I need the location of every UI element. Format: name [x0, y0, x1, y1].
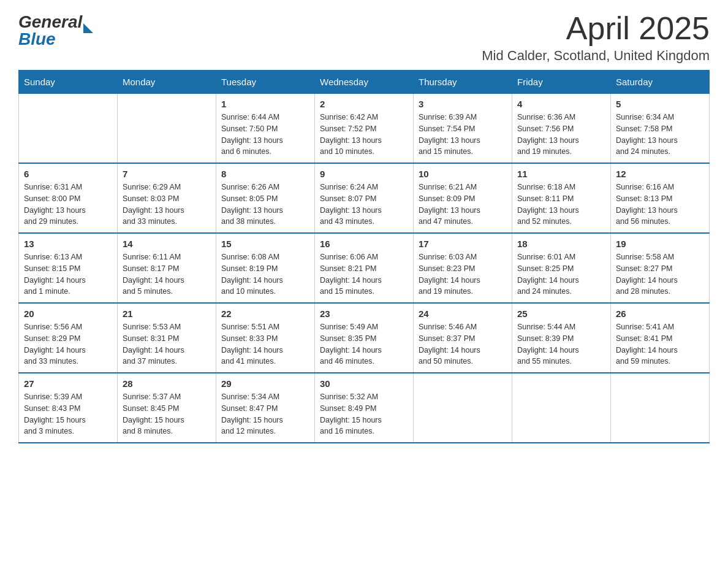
day-number: 19	[616, 239, 704, 249]
day-info: Sunrise: 6:18 AM Sunset: 8:11 PM Dayligh…	[517, 182, 605, 228]
calendar-cell: 1Sunrise: 6:44 AM Sunset: 7:50 PM Daylig…	[216, 94, 315, 164]
day-info: Sunrise: 5:51 AM Sunset: 8:33 PM Dayligh…	[221, 321, 309, 367]
day-info: Sunrise: 6:39 AM Sunset: 7:54 PM Dayligh…	[419, 112, 507, 158]
day-info: Sunrise: 5:32 AM Sunset: 8:49 PM Dayligh…	[320, 391, 408, 437]
day-info: Sunrise: 5:44 AM Sunset: 8:39 PM Dayligh…	[517, 321, 605, 367]
calendar-cell	[118, 94, 216, 164]
calendar-cell: 6Sunrise: 6:31 AM Sunset: 8:00 PM Daylig…	[19, 163, 118, 233]
calendar-cell: 7Sunrise: 6:29 AM Sunset: 8:03 PM Daylig…	[118, 163, 216, 233]
page-title: April 2025	[482, 12, 710, 44]
calendar-cell: 13Sunrise: 6:13 AM Sunset: 8:15 PM Dayli…	[19, 233, 118, 303]
day-number: 13	[24, 239, 112, 249]
day-number: 1	[221, 99, 309, 109]
calendar-cell: 23Sunrise: 5:49 AM Sunset: 8:35 PM Dayli…	[315, 303, 414, 373]
calendar-cell: 15Sunrise: 6:08 AM Sunset: 8:19 PM Dayli…	[216, 233, 315, 303]
day-number: 11	[517, 169, 605, 179]
calendar-cell: 14Sunrise: 6:11 AM Sunset: 8:17 PM Dayli…	[118, 233, 216, 303]
header-row: SundayMondayTuesdayWednesdayThursdayFrid…	[19, 71, 710, 94]
calendar-cell: 11Sunrise: 6:18 AM Sunset: 8:11 PM Dayli…	[512, 163, 611, 233]
calendar-week-5: 27Sunrise: 5:39 AM Sunset: 8:43 PM Dayli…	[19, 373, 710, 443]
calendar-week-3: 13Sunrise: 6:13 AM Sunset: 8:15 PM Dayli…	[19, 233, 710, 303]
calendar-cell	[611, 373, 710, 443]
calendar-cell: 5Sunrise: 6:34 AM Sunset: 7:58 PM Daylig…	[611, 94, 710, 164]
calendar-cell: 21Sunrise: 5:53 AM Sunset: 8:31 PM Dayli…	[118, 303, 216, 373]
day-info: Sunrise: 5:39 AM Sunset: 8:43 PM Dayligh…	[24, 391, 112, 437]
day-number: 8	[221, 169, 309, 179]
day-number: 18	[517, 239, 605, 249]
day-number: 12	[616, 169, 704, 179]
day-info: Sunrise: 5:37 AM Sunset: 8:45 PM Dayligh…	[123, 391, 211, 437]
header-day-thursday: Thursday	[414, 71, 512, 94]
header-day-saturday: Saturday	[611, 71, 710, 94]
day-number: 2	[320, 99, 408, 109]
calendar-cell	[414, 373, 512, 443]
calendar-week-1: 1Sunrise: 6:44 AM Sunset: 7:50 PM Daylig…	[19, 94, 710, 164]
day-number: 4	[517, 99, 605, 109]
calendar-cell: 10Sunrise: 6:21 AM Sunset: 8:09 PM Dayli…	[414, 163, 512, 233]
day-info: Sunrise: 6:31 AM Sunset: 8:00 PM Dayligh…	[24, 182, 112, 228]
day-info: Sunrise: 5:56 AM Sunset: 8:29 PM Dayligh…	[24, 321, 112, 367]
day-info: Sunrise: 6:36 AM Sunset: 7:56 PM Dayligh…	[517, 112, 605, 158]
calendar-table: SundayMondayTuesdayWednesdayThursdayFrid…	[18, 70, 710, 443]
calendar-cell	[512, 373, 611, 443]
day-number: 25	[517, 308, 605, 319]
day-info: Sunrise: 5:49 AM Sunset: 8:35 PM Dayligh…	[320, 321, 408, 367]
calendar-body: 1Sunrise: 6:44 AM Sunset: 7:50 PM Daylig…	[19, 94, 710, 443]
calendar-cell: 27Sunrise: 5:39 AM Sunset: 8:43 PM Dayli…	[19, 373, 118, 443]
calendar-cell: 20Sunrise: 5:56 AM Sunset: 8:29 PM Dayli…	[19, 303, 118, 373]
day-number: 3	[419, 99, 507, 109]
day-info: Sunrise: 6:42 AM Sunset: 7:52 PM Dayligh…	[320, 112, 408, 158]
day-number: 17	[419, 239, 507, 249]
day-number: 5	[616, 99, 704, 109]
day-number: 28	[123, 378, 211, 389]
logo: General Blue	[18, 12, 93, 49]
calendar-cell: 18Sunrise: 6:01 AM Sunset: 8:25 PM Dayli…	[512, 233, 611, 303]
calendar-week-4: 20Sunrise: 5:56 AM Sunset: 8:29 PM Dayli…	[19, 303, 710, 373]
calendar-header: SundayMondayTuesdayWednesdayThursdayFrid…	[19, 71, 710, 94]
day-info: Sunrise: 6:24 AM Sunset: 8:07 PM Dayligh…	[320, 182, 408, 228]
day-info: Sunrise: 5:46 AM Sunset: 8:37 PM Dayligh…	[419, 321, 507, 367]
calendar-cell: 16Sunrise: 6:06 AM Sunset: 8:21 PM Dayli…	[315, 233, 414, 303]
day-info: Sunrise: 6:03 AM Sunset: 8:23 PM Dayligh…	[419, 251, 507, 297]
day-number: 20	[24, 308, 112, 319]
calendar-week-2: 6Sunrise: 6:31 AM Sunset: 8:00 PM Daylig…	[19, 163, 710, 233]
calendar-cell: 30Sunrise: 5:32 AM Sunset: 8:49 PM Dayli…	[315, 373, 414, 443]
day-number: 23	[320, 308, 408, 319]
calendar-cell: 28Sunrise: 5:37 AM Sunset: 8:45 PM Dayli…	[118, 373, 216, 443]
calendar-cell: 9Sunrise: 6:24 AM Sunset: 8:07 PM Daylig…	[315, 163, 414, 233]
calendar-cell: 22Sunrise: 5:51 AM Sunset: 8:33 PM Dayli…	[216, 303, 315, 373]
calendar-cell: 29Sunrise: 5:34 AM Sunset: 8:47 PM Dayli…	[216, 373, 315, 443]
day-number: 9	[320, 169, 408, 179]
header-day-wednesday: Wednesday	[315, 71, 414, 94]
day-number: 29	[221, 378, 309, 389]
day-number: 24	[419, 308, 507, 319]
day-info: Sunrise: 6:06 AM Sunset: 8:21 PM Dayligh…	[320, 251, 408, 297]
day-info: Sunrise: 6:13 AM Sunset: 8:15 PM Dayligh…	[24, 251, 112, 297]
day-info: Sunrise: 6:44 AM Sunset: 7:50 PM Dayligh…	[221, 112, 309, 158]
calendar-cell: 17Sunrise: 6:03 AM Sunset: 8:23 PM Dayli…	[414, 233, 512, 303]
day-number: 22	[221, 308, 309, 319]
day-info: Sunrise: 5:53 AM Sunset: 8:31 PM Dayligh…	[123, 321, 211, 367]
day-number: 7	[123, 169, 211, 179]
calendar-cell	[19, 94, 118, 164]
day-info: Sunrise: 6:21 AM Sunset: 8:09 PM Dayligh…	[419, 182, 507, 228]
calendar-cell: 3Sunrise: 6:39 AM Sunset: 7:54 PM Daylig…	[414, 94, 512, 164]
day-info: Sunrise: 5:34 AM Sunset: 8:47 PM Dayligh…	[221, 391, 309, 437]
day-info: Sunrise: 6:34 AM Sunset: 7:58 PM Dayligh…	[616, 112, 704, 158]
day-info: Sunrise: 6:29 AM Sunset: 8:03 PM Dayligh…	[123, 182, 211, 228]
day-info: Sunrise: 6:11 AM Sunset: 8:17 PM Dayligh…	[123, 251, 211, 297]
calendar-cell: 4Sunrise: 6:36 AM Sunset: 7:56 PM Daylig…	[512, 94, 611, 164]
day-info: Sunrise: 6:01 AM Sunset: 8:25 PM Dayligh…	[517, 251, 605, 297]
header-day-monday: Monday	[118, 71, 216, 94]
day-number: 26	[616, 308, 704, 319]
calendar-cell: 12Sunrise: 6:16 AM Sunset: 8:13 PM Dayli…	[611, 163, 710, 233]
calendar-cell: 8Sunrise: 6:26 AM Sunset: 8:05 PM Daylig…	[216, 163, 315, 233]
header-day-sunday: Sunday	[19, 71, 118, 94]
day-number: 30	[320, 378, 408, 389]
logo-blue-text: Blue	[18, 29, 93, 49]
calendar-cell: 24Sunrise: 5:46 AM Sunset: 8:37 PM Dayli…	[414, 303, 512, 373]
day-info: Sunrise: 6:26 AM Sunset: 8:05 PM Dayligh…	[221, 182, 309, 228]
calendar-cell: 25Sunrise: 5:44 AM Sunset: 8:39 PM Dayli…	[512, 303, 611, 373]
day-number: 15	[221, 239, 309, 249]
day-info: Sunrise: 6:16 AM Sunset: 8:13 PM Dayligh…	[616, 182, 704, 228]
